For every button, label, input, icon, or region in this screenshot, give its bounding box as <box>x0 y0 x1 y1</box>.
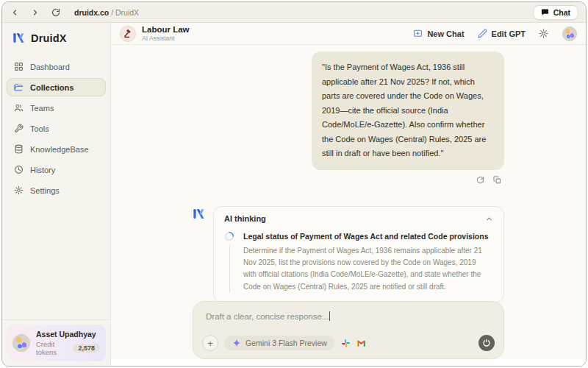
sidebar-item-label: Tools <box>30 124 49 133</box>
user-avatar <box>12 334 30 352</box>
ai-thinking-card: AI thinking Legal status of P <box>213 206 504 302</box>
message-composer[interactable]: Draft a clear, concise response... + <box>193 301 504 359</box>
user-message-bubble: "Is the Payment of Wages Act, 1936 still… <box>312 52 504 170</box>
sidebar-item-label: Collections <box>30 83 74 92</box>
chat-button-label: Chat <box>553 8 570 17</box>
thinking-step-body: Determine if the Payment of Wages Act, 1… <box>243 245 493 293</box>
text-cursor <box>329 311 330 321</box>
message-input[interactable]: Draft a clear, concise response... <box>202 311 495 321</box>
model-selector[interactable]: Gemini 3 Flash Preview <box>224 336 335 350</box>
druidx-logo-icon <box>12 32 25 44</box>
back-icon[interactable] <box>10 7 20 18</box>
gmail-icon[interactable] <box>356 339 366 348</box>
address-bar[interactable]: druidx.co / DruidX <box>74 8 139 17</box>
new-chat-label: New Chat <box>427 29 464 38</box>
message-actions <box>473 170 504 190</box>
collapse-chevron-icon[interactable] <box>485 215 493 223</box>
user-name: Asset Upadhyay <box>36 330 100 339</box>
chat-bubble-icon <box>541 8 549 16</box>
edit-gpt-label: Edit GPT <box>492 29 526 38</box>
chat-subtitle: AI Assistant <box>142 35 190 42</box>
sidebar-item-knowledgebase[interactable]: KnowledgeBase <box>7 140 106 158</box>
wrench-icon <box>14 124 24 133</box>
app-window: druidx.co / DruidX Chat DruidX <box>1 1 587 367</box>
chat-title: Labour Law <box>142 25 190 35</box>
theme-toggle-icon[interactable] <box>539 29 549 39</box>
copy-icon[interactable] <box>493 176 501 184</box>
browser-bar: druidx.co / DruidX Chat <box>2 2 586 23</box>
ai-thinking-title: AI thinking <box>224 214 266 223</box>
sidebar-item-collections[interactable]: Collections <box>7 78 106 96</box>
sidebar-item-tools[interactable]: Tools <box>7 119 106 138</box>
send-button[interactable] <box>478 335 495 351</box>
edit-gpt-button[interactable]: Edit GPT <box>478 29 526 38</box>
sidebar-item-label: Settings <box>30 186 60 195</box>
sidebar: DruidX Dashboard Collections Teams Too <box>2 23 111 366</box>
sidebar-item-history[interactable]: History <box>7 160 106 179</box>
main-panel: Labour Law AI Assistant New Chat Edit GP… <box>111 23 586 366</box>
druidx-logo-icon-small <box>193 208 205 220</box>
brand-name: DruidX <box>31 32 67 44</box>
thinking-timeline <box>229 245 230 293</box>
regenerate-icon[interactable] <box>476 176 484 184</box>
folder-icon <box>14 82 24 92</box>
forward-icon[interactable] <box>30 7 40 18</box>
refresh-icon[interactable] <box>51 7 61 18</box>
generating-icon <box>482 339 491 347</box>
sidebar-item-label: History <box>30 166 55 174</box>
chat-title-block: Labour Law AI Assistant <box>142 25 190 42</box>
dashboard-icon <box>14 62 24 71</box>
database-icon <box>14 144 24 154</box>
sidebar-item-dashboard[interactable]: Dashboard <box>7 57 106 76</box>
sparkle-icon <box>232 339 241 347</box>
gear-icon <box>14 185 24 195</box>
chat-mode-button[interactable]: Chat <box>533 5 578 20</box>
users-icon <box>14 103 24 113</box>
credit-tokens-label: Credit tokens <box>36 340 69 356</box>
sidebar-item-settings[interactable]: Settings <box>7 181 106 199</box>
brand: DruidX <box>2 23 110 56</box>
thinking-spinner-icon <box>224 231 234 241</box>
assistant-avatar <box>120 26 136 42</box>
sidebar-item-label: Teams <box>30 104 54 113</box>
sidebar-item-label: Dashboard <box>30 63 70 71</box>
bottom-strip <box>111 359 586 366</box>
profile-avatar[interactable] <box>562 26 577 41</box>
ai-thinking-block: AI thinking Legal status of P <box>193 206 504 302</box>
model-name: Gemini 3 Flash Preview <box>245 339 327 347</box>
new-chat-button[interactable]: New Chat <box>413 29 464 38</box>
slack-icon[interactable] <box>341 339 351 348</box>
sidebar-item-label: KnowledgeBase <box>30 145 89 154</box>
new-chat-icon <box>413 29 423 38</box>
sidebar-nav: Dashboard Collections Teams Tools Knowle… <box>2 56 110 201</box>
url-host: druidx.co <box>74 8 109 17</box>
edit-pencil-icon <box>478 29 487 38</box>
input-placeholder: Draft a clear, concise response... <box>206 312 329 321</box>
history-icon <box>14 165 24 174</box>
sidebar-footer: Asset Upadhyay Credit tokens 2,578 <box>2 319 110 366</box>
user-card[interactable]: Asset Upadhyay Credit tokens 2,578 <box>7 325 106 361</box>
attach-button[interactable]: + <box>202 335 218 351</box>
sidebar-item-teams[interactable]: Teams <box>7 99 106 117</box>
thinking-step-title: Legal status of Payment of Wages Act and… <box>243 232 493 241</box>
user-meta: Asset Upadhyay Credit tokens 2,578 <box>36 330 100 356</box>
token-count-badge: 2,578 <box>73 344 100 353</box>
url-path: / DruidX <box>109 8 139 17</box>
chat-header: Labour Law AI Assistant New Chat Edit GP… <box>111 23 586 45</box>
gavel-icon <box>123 29 133 39</box>
chat-scroll-area[interactable]: "Is the Payment of Wages Act, 1936 still… <box>111 45 586 301</box>
